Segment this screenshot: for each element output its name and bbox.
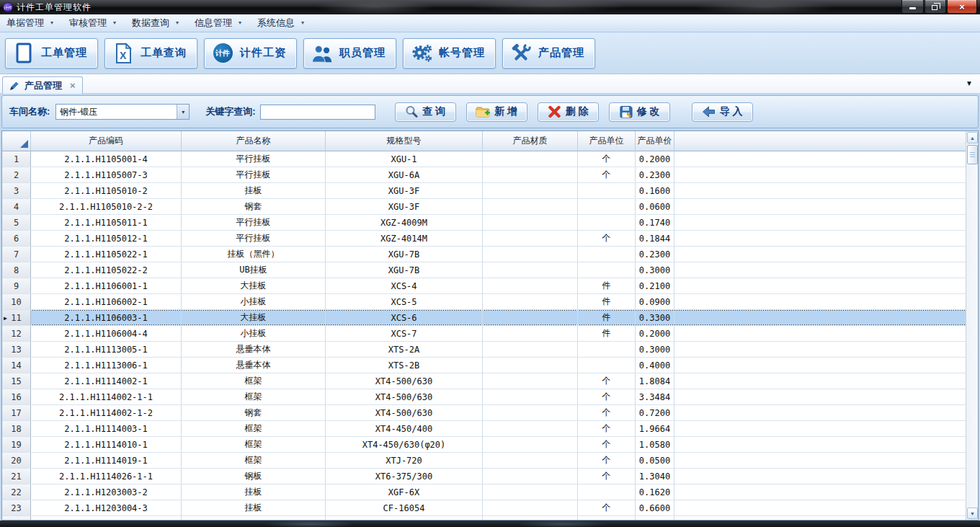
cell-code[interactable]: 2.1.1.H1106003-1 xyxy=(31,310,182,325)
cell-spec[interactable]: XT4-500/630 xyxy=(326,373,483,389)
cell-name[interactable]: 平行挂板 xyxy=(182,215,326,230)
modify-button[interactable]: 修 改 xyxy=(609,102,670,122)
cell-spec[interactable]: XT4-500/630 xyxy=(326,389,483,404)
cell-material[interactable] xyxy=(483,373,578,389)
close-button[interactable]: × xyxy=(947,0,977,14)
import-button[interactable]: 导 入 xyxy=(692,102,753,122)
cell-unit[interactable] xyxy=(578,358,636,373)
cell-name[interactable]: 钢套 xyxy=(182,199,326,214)
delete-button[interactable]: 删 除 xyxy=(538,102,599,122)
cell-material[interactable] xyxy=(483,247,578,262)
cell-unit[interactable]: 件 xyxy=(578,326,636,341)
row-number-cell[interactable] xyxy=(2,516,31,520)
cell-material[interactable] xyxy=(483,405,578,420)
row-number-cell[interactable]: 2 xyxy=(2,167,31,182)
cell-unit[interactable]: 个 xyxy=(578,405,636,420)
cell-spec[interactable]: XGU-1 xyxy=(326,151,483,167)
piecework-wage-button[interactable]: 计件 计件工资 xyxy=(204,38,297,68)
row-number-cell[interactable]: 4 xyxy=(2,199,31,214)
add-button[interactable]: 新 增 xyxy=(466,102,527,122)
cell-price[interactable]: 0.0600 xyxy=(636,199,674,214)
cell-material[interactable] xyxy=(483,389,578,404)
cell-spec[interactable]: XTS-2B xyxy=(326,358,483,373)
cell-material[interactable] xyxy=(483,215,578,230)
row-number-cell[interactable]: 17 xyxy=(2,405,31,420)
table-row[interactable]: 52.1.1.H1105011-1平行挂板XGZ-4009M0.1740 xyxy=(2,215,966,231)
cell-unit[interactable] xyxy=(578,215,636,230)
cell-spec[interactable]: XCS-4 xyxy=(326,278,483,293)
cell-code[interactable]: 2.1.1.H1113005-1 xyxy=(31,342,182,357)
cell-price[interactable]: 0.1844 xyxy=(636,231,674,246)
cell-code[interactable]: 2.1.1.H1203004-3 xyxy=(31,500,182,515)
cell-name[interactable]: 钢板 xyxy=(182,469,326,484)
row-number-cell[interactable]: 16 xyxy=(2,389,31,404)
row-number-cell[interactable]: 13 xyxy=(2,342,31,357)
cell-spec[interactable]: XGZ-4014M xyxy=(326,231,483,246)
cell-code[interactable]: 2.1.1.H1114026-1-1 xyxy=(31,469,182,484)
table-row[interactable]: 102.1.1.H1106002-1小挂板XCS-5件0.0900 xyxy=(2,294,966,310)
row-number-cell[interactable]: 23 xyxy=(2,500,31,515)
cell-filler[interactable] xyxy=(674,389,966,404)
row-number-cell[interactable]: 9 xyxy=(2,278,31,293)
cell-unit[interactable] xyxy=(578,262,636,278)
cell-name[interactable]: 悬垂本体 xyxy=(182,342,326,357)
cell-material[interactable] xyxy=(483,358,578,373)
cell-price[interactable]: 0.0900 xyxy=(636,294,674,309)
menu-item-system-info[interactable]: 系统信息 ▾ xyxy=(257,17,304,30)
cell-spec[interactable] xyxy=(326,516,483,520)
cell-filler[interactable] xyxy=(674,294,966,309)
menu-item-info-management[interactable]: 信息管理 ▾ xyxy=(195,17,241,30)
cell-price[interactable]: 0.3000 xyxy=(636,342,674,357)
cell-name[interactable]: 平行挂板 xyxy=(182,231,326,246)
table-row[interactable]: 232.1.1.H1203004-3挂板CF-16054个0.6600 xyxy=(2,500,966,516)
cell-code[interactable]: 2.1.1.H1105010-2 xyxy=(31,183,182,198)
row-number-cell[interactable]: 20 xyxy=(2,453,31,468)
cell-name[interactable]: 框架 xyxy=(182,373,326,389)
cell-name[interactable]: 平行挂板 xyxy=(182,151,326,167)
cell-price[interactable]: 0.3000 xyxy=(636,262,674,278)
cell-code[interactable]: 2.1.1.H1105011-1 xyxy=(31,215,182,230)
cell-price[interactable]: 0.2300 xyxy=(636,247,674,262)
cell-code[interactable]: 2.1.1.H1106002-1 xyxy=(31,294,182,309)
cell-spec[interactable]: XGU-7B xyxy=(326,262,483,278)
row-number-cell[interactable]: 11▶ xyxy=(2,310,31,325)
table-row[interactable]: 42.1.1.H1105010-2-2钢套XGU-3F0.0600 xyxy=(2,199,966,215)
minimize-button[interactable] xyxy=(901,0,924,14)
cell-code[interactable]: 2.1.1.H1105022-1 xyxy=(31,247,182,262)
cell-filler[interactable] xyxy=(674,516,966,520)
cell-material[interactable] xyxy=(483,231,578,246)
table-row[interactable]: 62.1.1.H1105012-1平行挂板XGZ-4014M个0.1844 xyxy=(2,231,966,247)
cell-unit[interactable]: 个 xyxy=(578,500,636,515)
cell-price[interactable]: 0.1600 xyxy=(636,183,674,198)
cell-unit[interactable]: 个 xyxy=(578,453,636,468)
cell-unit[interactable]: 个 xyxy=(578,231,636,246)
cell-material[interactable] xyxy=(483,262,578,278)
scroll-up-button[interactable]: ▲ xyxy=(967,132,978,143)
cell-code[interactable]: 2.1.1.H1106004-4 xyxy=(31,326,182,341)
cell-name[interactable]: 挂板 xyxy=(182,500,326,515)
cell-unit[interactable]: 个 xyxy=(578,373,636,389)
row-number-cell[interactable]: 18 xyxy=(2,421,31,436)
tab-product-management[interactable]: 产品管理 × xyxy=(2,76,83,94)
cell-unit[interactable]: 个 xyxy=(578,167,636,182)
table-row[interactable]: 142.1.1.H1113006-1悬垂本体XTS-2B0.4000 xyxy=(2,358,966,373)
table-row[interactable] xyxy=(2,516,966,520)
tab-list-dropdown-icon[interactable]: ▼ xyxy=(966,79,973,87)
cell-spec[interactable]: XT4-450/400 xyxy=(326,421,483,436)
cell-material[interactable] xyxy=(483,199,578,214)
cell-code[interactable]: 2.1.1.H1105001-4 xyxy=(31,151,182,167)
cell-material[interactable] xyxy=(483,421,578,436)
column-header-unit-price[interactable]: 产品单价 xyxy=(636,131,674,151)
query-button[interactable]: 查 询 xyxy=(395,102,456,122)
cell-spec[interactable]: XTS-2A xyxy=(326,342,483,357)
cell-filler[interactable] xyxy=(674,358,966,373)
cell-material[interactable] xyxy=(483,342,578,357)
cell-material[interactable] xyxy=(483,453,578,468)
cell-spec[interactable]: XGU-7B xyxy=(326,247,483,262)
cell-code[interactable] xyxy=(31,516,182,520)
cell-name[interactable]: 小挂板 xyxy=(182,326,326,341)
cell-filler[interactable] xyxy=(674,342,966,357)
cell-code[interactable]: 2.1.1.H1114019-1 xyxy=(31,453,182,468)
work-order-management-button[interactable]: 工单管理 xyxy=(5,38,98,68)
cell-price[interactable]: 0.3300 xyxy=(636,310,674,325)
